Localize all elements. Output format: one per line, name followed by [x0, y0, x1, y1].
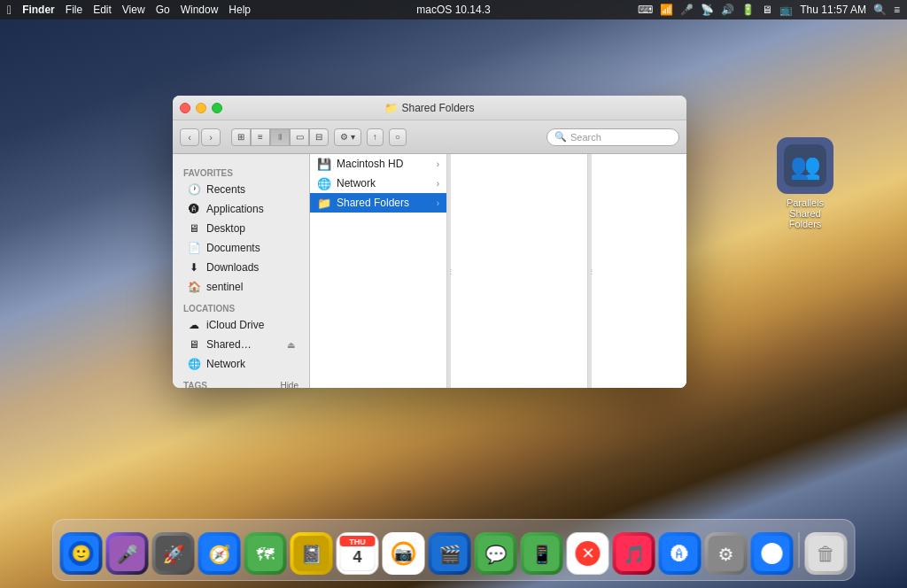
- shared-icon: 🖥: [187, 337, 201, 352]
- forward-button[interactable]: ›: [201, 128, 221, 146]
- menu-bar-center: macOS 10.14.3: [416, 4, 490, 16]
- window-menu[interactable]: Window: [181, 4, 219, 16]
- dock-separator: [799, 532, 800, 568]
- list-view-button[interactable]: ≡: [251, 128, 270, 146]
- search-icon: 🔍: [554, 131, 567, 143]
- toolbar: ‹ › ⊞ ≡ ⫴ ▭ ⊟ ⚙ ▾ ↑ ○ 🔍 Search: [173, 120, 686, 154]
- mic-icon: 🎤: [680, 4, 694, 16]
- dock-photos[interactable]: 📷: [383, 532, 425, 575]
- dock-contact-sync[interactable]: [751, 532, 794, 575]
- tag-button[interactable]: ○: [389, 128, 407, 146]
- action-button[interactable]: ⚙ ▾: [334, 128, 361, 146]
- downloads-icon: ⬇: [187, 260, 201, 275]
- desktop-label: Desktop: [206, 222, 245, 235]
- back-button[interactable]: ‹: [180, 128, 199, 146]
- svg-text:🚀: 🚀: [162, 544, 184, 565]
- title-bar: 📁 Shared Folders: [173, 96, 686, 120]
- svg-text:🎤: 🎤: [116, 544, 138, 565]
- volume-icon: 🔊: [721, 4, 734, 16]
- favorites-section-title: Favorites: [173, 161, 309, 180]
- column-view-button[interactable]: ⫴: [270, 128, 290, 146]
- recents-label: Recents: [206, 183, 245, 196]
- finder-window: 📁 Shared Folders ‹ › ⊞ ≡ ⫴ ▭ ⊟ ⚙ ▾ ↑ ○ 🔍…: [173, 96, 686, 388]
- network-col-label: Network: [337, 177, 376, 190]
- column-item-network[interactable]: 🌐 Network ›: [310, 174, 446, 193]
- dock-calendar[interactable]: THU4: [337, 532, 379, 575]
- svg-text:THU: THU: [349, 538, 366, 546]
- svg-text:🧭: 🧭: [208, 544, 230, 565]
- parallels-shared-folders-icon[interactable]: 👥 Parallels SharedFolders: [770, 137, 841, 229]
- shared-folders-col-icon: 📁: [317, 196, 331, 210]
- notification-icon[interactable]: ≡: [894, 4, 900, 16]
- sidebar-item-network[interactable]: 🌐 Network: [176, 354, 306, 374]
- search-bar[interactable]: 🔍 Search: [547, 128, 679, 146]
- sidebar-item-documents[interactable]: 📄 Documents: [176, 238, 306, 258]
- locations-section-title: Locations: [173, 297, 309, 315]
- icon-view-button[interactable]: ⊞: [231, 128, 251, 146]
- sidebar-item-icloud[interactable]: ☁ iCloud Drive: [176, 315, 306, 335]
- svg-text:🙂: 🙂: [72, 544, 92, 563]
- svg-point-38: [762, 543, 783, 564]
- close-button[interactable]: [180, 103, 190, 113]
- svg-text:4: 4: [353, 548, 361, 566]
- view-menu[interactable]: View: [122, 4, 145, 16]
- icloud-icon: ☁: [187, 318, 201, 332]
- dock-maps[interactable]: 🗺: [244, 532, 287, 575]
- column-resizer-2[interactable]: [588, 154, 592, 388]
- dock-music[interactable]: 🎵: [613, 532, 655, 575]
- documents-icon: 📄: [187, 241, 201, 255]
- chevron-right-icon-3: ›: [437, 198, 439, 208]
- dock-notes[interactable]: 📓: [291, 532, 333, 575]
- column-item-shared-folders[interactable]: 📁 Shared Folders ›: [310, 193, 446, 213]
- dock-system-prefs[interactable]: ⚙: [705, 532, 748, 575]
- tags-header: Tags Hide: [173, 374, 309, 388]
- sentinel-label: sentinel: [206, 281, 243, 293]
- dock-finder[interactable]: 🙂: [60, 532, 103, 575]
- sidebar-item-downloads[interactable]: ⬇ Downloads: [176, 258, 306, 277]
- edit-menu[interactable]: Edit: [93, 4, 112, 16]
- help-menu[interactable]: Help: [229, 4, 251, 16]
- dock-trash[interactable]: 🗑: [805, 532, 848, 575]
- sidebar-item-shared[interactable]: 🖥 Shared… ⏏: [176, 335, 306, 354]
- eject-button[interactable]: ⏏: [287, 340, 295, 350]
- network-label: Network: [206, 358, 245, 370]
- search-icon[interactable]: 🔍: [873, 4, 887, 16]
- finder-menu[interactable]: Finder: [22, 4, 55, 16]
- dock-appstore[interactable]: 🅐: [659, 532, 702, 575]
- traffic-lights: [180, 103, 222, 113]
- svg-text:🅐: 🅐: [671, 545, 689, 564]
- svg-text:🗺: 🗺: [257, 545, 275, 564]
- svg-text:📷: 📷: [395, 545, 413, 562]
- sidebar-item-desktop[interactable]: 🖥 Desktop: [176, 219, 306, 238]
- applications-label: Applications: [206, 203, 264, 215]
- dock-messages[interactable]: 💬: [475, 532, 517, 575]
- gallery-view-button[interactable]: ⊟: [309, 128, 329, 146]
- dock-keynote[interactable]: 🎬: [429, 532, 471, 575]
- desktop-icon: 🖥: [187, 221, 201, 236]
- tags-hide-button[interactable]: Hide: [280, 381, 298, 388]
- svg-text:💬: 💬: [485, 544, 507, 565]
- dock-launchpad[interactable]: 🚀: [152, 532, 195, 575]
- sidebar-item-sentinel[interactable]: 🏠 sentinel: [176, 277, 306, 297]
- sidebar-item-recents[interactable]: 🕐 Recents: [176, 180, 306, 199]
- column-2: [451, 154, 588, 388]
- dock-siri[interactable]: 🎤: [106, 532, 149, 575]
- column-item-macintosh-hd[interactable]: 💾 Macintosh HD ›: [310, 154, 446, 174]
- go-menu[interactable]: Go: [156, 4, 170, 16]
- nav-buttons: ‹ ›: [180, 128, 221, 146]
- dock-safari[interactable]: 🧭: [198, 532, 241, 575]
- folder-icon: 📁: [384, 102, 398, 114]
- apple-menu[interactable]: : [7, 3, 12, 17]
- maximize-button[interactable]: [212, 103, 222, 113]
- column-resizer-1[interactable]: [447, 154, 451, 388]
- file-menu[interactable]: File: [66, 4, 82, 16]
- dock-news[interactable]: ✕: [567, 532, 609, 575]
- sidebar-item-applications[interactable]: 🅐 Applications: [176, 199, 306, 219]
- minimize-button[interactable]: [196, 103, 206, 113]
- share-button[interactable]: ↑: [367, 128, 384, 146]
- cover-flow-button[interactable]: ▭: [290, 128, 309, 146]
- recents-icon: 🕐: [187, 182, 201, 197]
- desktop:  Finder File Edit View Go Window Help m…: [0, 0, 907, 588]
- columns-area: 💾 Macintosh HD › 🌐 Network › 📁 Shared Fo…: [310, 154, 686, 388]
- dock-facetime[interactable]: 📱: [521, 532, 563, 575]
